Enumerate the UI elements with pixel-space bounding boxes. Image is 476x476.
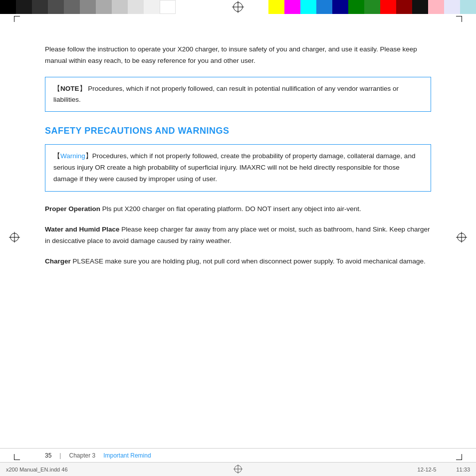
swatch-white xyxy=(160,0,176,14)
bottom-bar-time: 11:33 xyxy=(456,467,470,473)
section-text-charger: PLSEASE make sure you are holding plug, … xyxy=(71,257,426,265)
section-water-humid: Water and Humid Place Please keep charge… xyxy=(45,224,431,247)
footer-page-number: 35 xyxy=(45,452,51,459)
section-term-proper-operation: Proper Operation xyxy=(45,205,100,213)
swatch-dark1 xyxy=(16,0,32,14)
note-text: Procedures, which if not properly follow… xyxy=(53,85,399,103)
swatch-dark3 xyxy=(48,0,64,14)
footer-chapter-label: Chapter 3 xyxy=(69,452,95,459)
note-bracket-open: 【 xyxy=(53,85,60,92)
footer-chapter-link: Important Remind xyxy=(103,452,151,459)
swatch-dark2 xyxy=(32,0,48,14)
swatch-yellow xyxy=(268,0,284,14)
top-crosshair xyxy=(232,1,244,14)
swatch-lightpink xyxy=(428,0,444,14)
swatch-light3 xyxy=(128,0,144,14)
section-heading: SAFETY PRECAUTIONS AND WARNINGS xyxy=(45,126,431,136)
section-term-charger: Charger xyxy=(45,257,71,265)
bottom-bar-right: 12-12-5 11:33 xyxy=(418,467,470,473)
note-label: NOTE xyxy=(60,85,79,92)
swatch-light2 xyxy=(112,0,128,14)
swatch-light1 xyxy=(96,0,112,14)
warning-bracket-close: 】 xyxy=(85,152,92,160)
swatch-forestgreen xyxy=(364,0,380,14)
footer: 35 | Chapter 3 Important Remind xyxy=(0,448,476,462)
page-content: Please follow the instruction to operate… xyxy=(0,14,476,462)
bottom-crosshair xyxy=(234,465,242,475)
bottom-bar: x200 Manual_EN.indd 46 12-12-5 11:33 xyxy=(0,462,476,476)
swatch-lavender xyxy=(444,0,460,14)
warning-bracket-open: 【 xyxy=(53,152,60,160)
bottom-bar-date: 12-12-5 xyxy=(418,467,437,473)
warning-box: 【Warning】Procedures, which if not proper… xyxy=(45,144,431,192)
swatch-red xyxy=(380,0,396,14)
swatch-darkblue xyxy=(332,0,348,14)
warning-text: Procedures, which if not properly follow… xyxy=(53,152,415,183)
bottom-bar-file-info: x200 Manual_EN.indd 46 xyxy=(6,467,418,473)
swatch-darkred xyxy=(396,0,412,14)
swatch-black xyxy=(0,0,16,14)
swatch-powderblue xyxy=(460,0,476,14)
swatch-mid1 xyxy=(64,0,80,14)
top-color-bar xyxy=(0,0,476,14)
section-charger: Charger PLSEASE make sure you are holdin… xyxy=(45,256,431,267)
swatch-green xyxy=(348,0,364,14)
section-proper-operation: Proper Operation Pls put X200 charger on… xyxy=(45,204,431,215)
swatch-nearblack xyxy=(412,0,428,14)
note-box: 【NOTE】 Procedures, which if not properly… xyxy=(45,77,431,112)
swatch-blue xyxy=(316,0,332,14)
section-term-water-humid: Water and Humid Place xyxy=(45,226,120,233)
swatch-mid2 xyxy=(80,0,96,14)
warning-label: Warning xyxy=(60,152,85,160)
swatch-lighter xyxy=(144,0,160,14)
section-text-proper-operation: Pls put X200 charger on flat operating p… xyxy=(100,205,361,213)
intro-paragraph: Please follow the instruction to operate… xyxy=(45,44,431,67)
swatch-magenta xyxy=(284,0,300,14)
note-bracket-close: 】 xyxy=(79,85,86,92)
swatch-cyan xyxy=(300,0,316,14)
